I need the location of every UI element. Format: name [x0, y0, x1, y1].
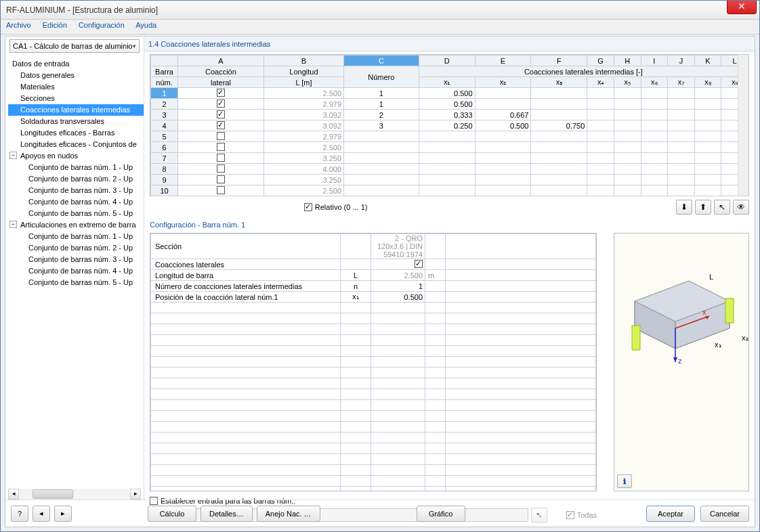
tree-item[interactable]: Materiales: [8, 81, 144, 93]
svg-marker-9: [673, 357, 677, 362]
tree-item[interactable]: Longitudes eficaces - Conjuntos de: [8, 139, 144, 150]
svg-text:z: z: [678, 357, 682, 365]
details-button[interactable]: Detalles…: [200, 506, 253, 522]
pick-icon[interactable]: ↖: [714, 200, 730, 215]
table-row[interactable]: 12.50010.500: [151, 88, 748, 99]
graphic-panel: x z L x₁ x₂ ℹ: [614, 233, 749, 491]
titlebar: RF-ALUMINIUM - [Estructura de aluminio] …: [1, 1, 759, 20]
left-panel: CA1 - Cálculo de barras de aluminio Dato…: [5, 37, 144, 500]
menu-configuracion[interactable]: Configuración: [79, 21, 125, 29]
svg-text:L: L: [709, 273, 713, 281]
tree-hscroll[interactable]: ◂ ▸: [8, 489, 141, 500]
section-diagram: x z L x₁ x₂: [614, 234, 750, 396]
tree-subitem[interactable]: Conjunto de barras núm. 1 - Up: [8, 162, 144, 173]
app-window: RF-ALUMINIUM - [Estructura de aluminio] …: [0, 0, 760, 532]
view-icon[interactable]: 👁: [733, 200, 749, 215]
config-title: Configuración - Barra núm. 1: [150, 221, 245, 229]
col-letter-row: AB CD EF GH IJ KL: [151, 56, 748, 66]
svg-rect-3: [632, 326, 640, 350]
tree-item[interactable]: Datos generales: [8, 70, 144, 81]
prev-button[interactable]: ◂: [33, 506, 50, 522]
table-vscroll[interactable]: [738, 55, 748, 196]
table-row[interactable]: 33.09220.3330.667: [151, 110, 748, 120]
tree-item[interactable]: Secciones: [8, 93, 144, 104]
table-row[interactable]: 22.97910.500: [151, 99, 748, 110]
collapse-icon[interactable]: −: [9, 221, 17, 228]
scroll-left-icon[interactable]: ◂: [8, 489, 19, 500]
tree-subitem[interactable]: Conjunto de barras núm. 2 - Up: [8, 242, 144, 254]
excel-import-icon[interactable]: ⬆: [695, 200, 711, 215]
svg-text:x₁: x₁: [715, 340, 721, 349]
scroll-thumb[interactable]: [33, 489, 73, 499]
table-row[interactable]: 62.500: [151, 142, 748, 153]
help-button[interactable]: ?: [11, 506, 28, 522]
table-row[interactable]: 102.500: [151, 185, 748, 196]
relative-checkbox[interactable]: Relativo (0 ... 1): [304, 203, 368, 211]
main-table: AB CD EF GH IJ KL Barra CoacciónLongitud…: [150, 54, 749, 196]
graphic-button[interactable]: Gráfico: [417, 506, 465, 522]
tree-item[interactable]: Longitudes eficaces - Barras: [8, 127, 144, 139]
svg-text:x₂: x₂: [742, 334, 748, 342]
accept-button[interactable]: Aceptar: [646, 506, 695, 522]
svg-rect-4: [725, 298, 734, 323]
scroll-right-icon[interactable]: ▸: [130, 489, 141, 500]
section-header: 1.4 Coacciones laterales intermedias: [144, 37, 755, 51]
tree-subitem[interactable]: Conjunto de barras núm. 5 - Up: [8, 208, 144, 219]
menu-archivo[interactable]: Archivo: [6, 21, 31, 29]
cancel-button[interactable]: Cancelar: [700, 506, 749, 522]
anejo-button[interactable]: Anejo Nac. …: [257, 506, 320, 522]
tree-subitem[interactable]: Conjunto de barras núm. 5 - Up: [8, 277, 144, 288]
loadcase-combo[interactable]: CA1 - Cálculo de barras de aluminio: [9, 39, 140, 53]
tree-item[interactable]: Soldaduras transversales: [8, 116, 144, 127]
window-title: RF-ALUMINIUM - [Estructura de aluminio]: [6, 5, 158, 15]
tree-subitem[interactable]: Conjunto de barras núm. 3 - Up: [8, 254, 144, 265]
tree-item-selected[interactable]: Coacciones laterales intermedias: [8, 104, 144, 116]
tree-group[interactable]: −Apoyos en nudos: [8, 150, 144, 162]
tree-group[interactable]: −Articulaciones en extremo de barra: [8, 219, 144, 231]
info-button[interactable]: ℹ: [617, 474, 632, 488]
close-button[interactable]: ✕: [727, 1, 757, 14]
tree-subitem[interactable]: Conjunto de barras núm. 4 - Up: [8, 196, 144, 208]
next-button[interactable]: ▸: [54, 506, 72, 522]
body: CA1 - Cálculo de barras de aluminio Dato…: [5, 36, 755, 527]
tree-subitem[interactable]: Conjunto de barras núm. 1 - Up: [8, 231, 144, 242]
table-row[interactable]: 52.979: [151, 131, 748, 142]
checkbox-icon[interactable]: [304, 203, 312, 211]
svg-text:x: x: [702, 308, 706, 316]
collapse-icon[interactable]: −: [9, 152, 17, 159]
tree-subitem[interactable]: Conjunto de barras núm. 3 - Up: [8, 185, 144, 196]
excel-export-icon[interactable]: ⬇: [676, 200, 692, 215]
config-table: Sección2 - QRO 120x3.6 | DIN 59410:1974C…: [150, 233, 597, 491]
calc-button[interactable]: Cálculo: [148, 506, 196, 522]
table-row[interactable]: 93.250: [151, 175, 748, 185]
table-row[interactable]: 43.09230.2500.5000.750: [151, 120, 748, 131]
right-panel: 1.4 Coacciones laterales intermedias AB …: [144, 37, 755, 500]
table-row[interactable]: 73.250: [151, 153, 748, 164]
tree-root[interactable]: Datos de entrada: [8, 58, 144, 70]
menu-edicion[interactable]: Edición: [43, 21, 67, 29]
footer: ? ◂ ▸ Cálculo Detalles… Anejo Nac. … Grá…: [5, 500, 755, 527]
menu-ayuda[interactable]: Ayuda: [135, 21, 156, 29]
tree-subitem[interactable]: Conjunto de barras núm. 4 - Up: [8, 265, 144, 277]
tree: Datos de entrada Datos generales Materia…: [5, 56, 144, 288]
below-table: Relativo (0 ... 1) ⬇ ⬆ ↖ 👁: [150, 199, 749, 215]
tree-subitem[interactable]: Conjunto de barras núm. 2 - Up: [8, 173, 144, 185]
menubar: Archivo Edición Configuración Ayuda: [1, 20, 759, 35]
table-row[interactable]: 84.000: [151, 164, 748, 175]
